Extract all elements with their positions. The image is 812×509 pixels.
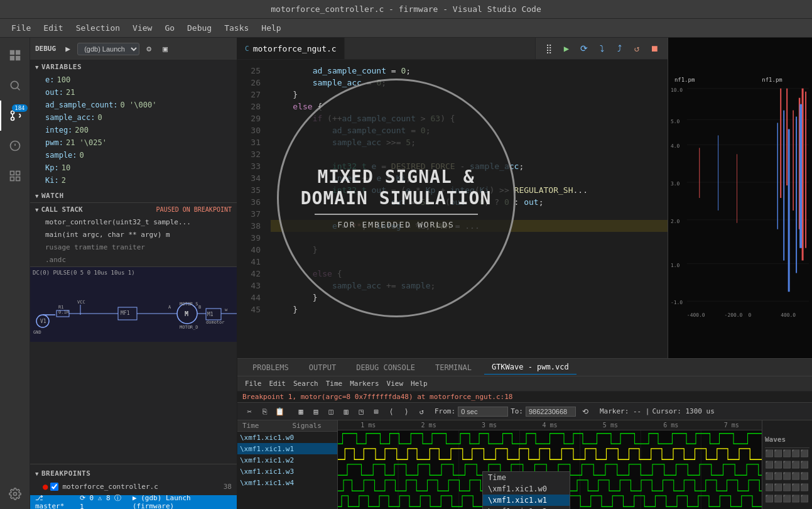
tab-terminal[interactable]: TERMINAL — [428, 361, 479, 375]
gw-menu-help[interactable]: Help — [408, 380, 430, 388]
gtkwave-header: PROBLEMS OUTPUT DEBUG CONSOLE TERMINAL G… — [237, 359, 812, 376]
tab-debug-console[interactable]: DEBUG CONSOLE — [349, 361, 423, 375]
tab-bar: C motorforce_ngut.c ⣿ ▶ ⟳ ⤵ ⤴ ↺ ⏹ — [237, 38, 668, 60]
menu-tasks[interactable]: Tasks — [219, 22, 254, 34]
gw-tool-3[interactable]: ◫ — [324, 405, 338, 419]
signal-list-header: Time Signals — [237, 420, 337, 432]
variables-header[interactable]: ▼ VARIABLES — [30, 60, 237, 74]
sidebar: DEBUG ▶ (gdb) Launch ⚙ ▣ ▼ VARIABLES e: … — [30, 38, 237, 509]
svg-text:V1: V1 — [40, 319, 46, 324]
gw-menu-view[interactable]: View — [384, 380, 406, 388]
tab-problems[interactable]: PROBLEMS — [245, 361, 296, 375]
ctrl-pause-btn[interactable]: ⣿ — [541, 40, 557, 57]
bp-checkbox[interactable] — [50, 483, 58, 491]
watch-arrow: ▼ — [35, 193, 39, 199]
svg-text:5.0: 5.0 — [671, 119, 680, 124]
tab-motorforce[interactable]: C motorforce_ngut.c — [237, 38, 345, 59]
var-sample: sample: 0 — [30, 149, 237, 161]
dropdown-w1[interactable]: \xmf1.xic1.w1 — [483, 495, 570, 506]
signal-row-0[interactable]: \xmf1.xic1.w0 — [237, 432, 337, 443]
line-numbers: 2526272829 3031323334 3536373839 4041424… — [237, 60, 266, 358]
ctrl-step-over-btn[interactable]: ⟳ — [576, 40, 592, 57]
call-item-0[interactable]: motor_controller(uint32_t sample... — [30, 216, 237, 229]
call-item-1[interactable]: main(int argc, char ** argv) m — [30, 229, 237, 241]
menu-go[interactable]: Go — [160, 22, 180, 34]
circuit-area: DC(0) PULSE(0 5 0 10us 10us 1) V1 R1 0.1… — [30, 266, 237, 342]
activity-debug[interactable] — [0, 131, 30, 161]
breakpoint-item[interactable]: ● motorforce_controller.c 38 — [30, 480, 237, 493]
svg-text:nf1.pm: nf1.pm — [762, 77, 782, 83]
code-line-31: sample_acc >>= 5; — [271, 136, 668, 148]
gw-tool-8[interactable]: ⟩ — [399, 405, 413, 419]
gw-menu-time[interactable]: Time — [323, 380, 345, 388]
to-input[interactable] — [526, 407, 576, 417]
col-signals: Signals — [288, 420, 338, 431]
activity-source-control[interactable]: 184 — [0, 101, 30, 131]
dropdown-w0[interactable]: \xmf1.xic1.w0 — [483, 483, 570, 495]
signal-row-4[interactable]: \xmf1.xic1.w4 — [237, 477, 337, 488]
code-line-27: } — [271, 89, 668, 101]
code-line-26: sample_acc = 0; — [271, 77, 668, 89]
var-e: e: 100 — [30, 74, 237, 86]
watch-section: ▼ WATCH — [30, 189, 237, 202]
menu-selection[interactable]: Selection — [71, 22, 125, 34]
debug-terminal-btn[interactable]: ▣ — [158, 42, 172, 56]
svg-text:-400.0: -400.0 — [687, 312, 705, 318]
debug-settings-btn[interactable]: ⚙ — [142, 42, 156, 56]
wave-header: 1 ms 2 ms 3 ms 4 ms 5 ms 6 ms 7 ms — [338, 420, 762, 430]
svg-text:MF1: MF1 — [121, 310, 130, 316]
gw-tool-4[interactable]: ▥ — [339, 405, 353, 419]
gw-zoom-full[interactable]: ⟲ — [578, 405, 592, 419]
breakpoints-header[interactable]: ▼ BREAKPOINTS — [30, 467, 237, 480]
variables-title: VARIABLES — [41, 63, 82, 71]
from-input[interactable] — [458, 407, 508, 417]
gw-menu-file[interactable]: File — [242, 380, 264, 388]
signal-row-3[interactable]: \xmf1.xic1.w3 — [237, 466, 337, 477]
gw-tool-copy[interactable]: ⎘ — [257, 405, 271, 419]
gw-tool-7[interactable]: ⟨ — [384, 405, 398, 419]
ctrl-step-out-btn[interactable]: ⤴ — [611, 40, 627, 57]
signal-dropdown[interactable]: Time \xmf1.xic1.w0 \xmf1.xic1.w1 \xmf1.x… — [482, 471, 570, 509]
ctrl-step-into-btn[interactable]: ⤵ — [593, 40, 610, 57]
menu-file[interactable]: File — [6, 22, 36, 34]
launch-config-select[interactable]: (gdb) Launch — [77, 43, 139, 55]
app-layout: 184 DEBUG ▶ (gdb) Launch ⚙ ▣ ▼ VARIABL — [0, 38, 812, 509]
watch-header[interactable]: ▼ WATCH — [30, 189, 237, 202]
ctrl-restart-btn[interactable]: ↺ — [629, 40, 645, 57]
activity-explorer[interactable] — [0, 40, 30, 70]
gw-menu-edit[interactable]: Edit — [267, 380, 289, 388]
gw-tool-paste[interactable]: 📋 — [273, 405, 286, 419]
ctrl-stop-btn[interactable]: ⏹ — [646, 40, 663, 57]
ctrl-continue-btn[interactable]: ▶ — [558, 40, 575, 57]
gtkwave-toolbar: ✂ ⎘ 📋 ▦ ▤ ◫ ▥ ◳ ⊞ ⟨ ⟩ ↺ From: To: ⟲ — [237, 403, 812, 420]
menu-view[interactable]: View — [127, 22, 157, 34]
gw-tool-6[interactable]: ⊞ — [369, 405, 383, 419]
menu-edit[interactable]: Edit — [38, 22, 68, 34]
signal-row-2[interactable]: \xmf1.xic1.w2 — [237, 454, 337, 466]
gw-tool-5[interactable]: ◳ — [354, 405, 368, 419]
gw-menu-search[interactable]: Search — [291, 380, 321, 388]
menu-help[interactable]: Help — [256, 22, 286, 34]
activity-search[interactable] — [0, 70, 30, 101]
breakpoints-title: BREAKPOINTS — [41, 469, 90, 478]
tab-output[interactable]: OUTPUT — [301, 361, 344, 375]
gw-tool-refresh[interactable]: ↺ — [414, 405, 428, 419]
code-line-43: sample_acc += sample; — [271, 280, 668, 292]
code-line-25: ad_sample_count = 0; — [271, 65, 668, 77]
code-line-37 — [271, 208, 668, 220]
dropdown-w2[interactable]: \xmf1.xic1.w2 — [483, 506, 570, 509]
gw-tool-1[interactable]: ▦ — [294, 405, 308, 419]
svg-rect-12 — [10, 172, 14, 175]
debug-play-btn[interactable]: ▶ — [61, 42, 75, 56]
gw-tool-cut[interactable]: ✂ — [242, 405, 256, 419]
activity-settings[interactable] — [0, 479, 30, 509]
gw-tool-2[interactable]: ▤ — [309, 405, 323, 419]
menu-debug[interactable]: Debug — [182, 22, 217, 34]
svg-text:B: B — [198, 305, 201, 310]
svg-text:VCC: VCC — [77, 300, 85, 305]
tab-gtkwave[interactable]: GTKWave - pwm.vcd — [484, 360, 577, 375]
signal-row-1[interactable]: \xmf1.xic1.w1 — [237, 443, 337, 454]
gw-menu-markers[interactable]: Markers — [347, 380, 381, 388]
svg-rect-2 — [9, 56, 14, 60]
activity-extensions[interactable] — [0, 161, 30, 191]
